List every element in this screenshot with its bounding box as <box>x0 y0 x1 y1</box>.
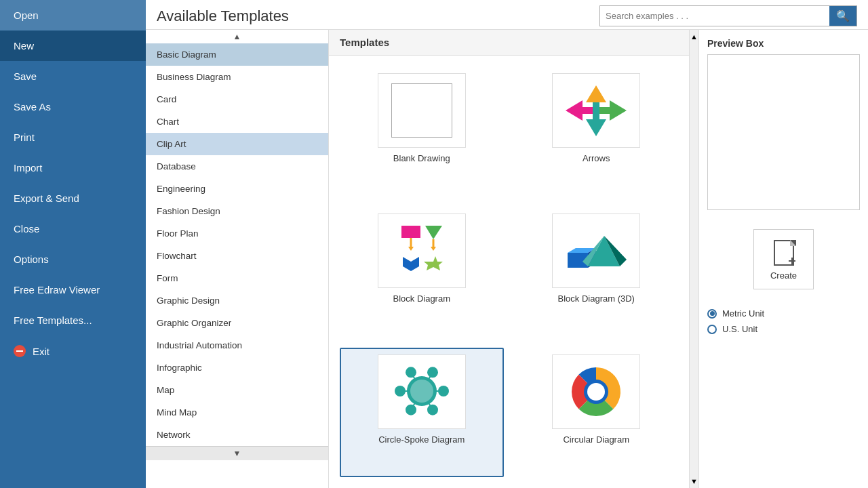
create-button[interactable]: Create <box>753 229 814 289</box>
sidebar-item-import[interactable]: Import <box>0 152 146 183</box>
svg-marker-10 <box>403 257 419 271</box>
create-label: Create <box>770 270 797 281</box>
sidebar-label-free-edraw-viewer: Free Edraw Viewer <box>14 284 100 296</box>
sidebar-label-import: Import <box>14 162 43 174</box>
category-scroll-down[interactable]: ▼ <box>146 446 328 460</box>
plus-icon <box>788 257 796 265</box>
preview-title: Preview Box <box>707 38 860 49</box>
category-item-graphic-organizer[interactable]: Graphic Organizer <box>146 312 328 334</box>
sidebar-item-close[interactable]: Close <box>0 214 146 244</box>
scroll-up-arrow[interactable]: ▲ <box>689 31 699 42</box>
sidebar-item-free-templates[interactable]: Free Templates... <box>0 305 146 336</box>
template-card-arrows[interactable]: Arrows <box>515 66 679 196</box>
sidebar-label-save-as: Save As <box>14 101 51 113</box>
sidebar-label-open: Open <box>14 9 39 21</box>
template-thumb-circle-spoke-diagram <box>378 354 466 429</box>
svg-marker-11 <box>424 256 443 270</box>
template-thumb-block-diagram-3d <box>552 214 640 288</box>
sidebar: OpenNewSaveSave AsPrintImportExport & Se… <box>0 0 146 488</box>
template-label-blank-drawing: Blank Drawing <box>393 153 450 163</box>
svg-point-23 <box>406 405 416 415</box>
sidebar-label-free-templates: Free Templates... <box>14 314 92 326</box>
preview-box <box>707 54 860 210</box>
unit-label-1: U.S. Unit <box>722 324 757 334</box>
scroll-down-arrow[interactable]: ▼ <box>689 476 699 487</box>
category-list: ▲ Basic DiagramBusiness DiagramCardChart… <box>146 30 329 488</box>
category-item-engineering[interactable]: Engineering <box>146 178 328 200</box>
category-item-basic-diagram[interactable]: Basic Diagram <box>146 43 328 66</box>
template-label-block-diagram: Block Diagram <box>393 293 450 304</box>
category-item-card[interactable]: Card <box>146 88 328 110</box>
svg-point-33 <box>587 383 605 401</box>
category-item-chart[interactable]: Chart <box>146 110 328 133</box>
category-scroll-up[interactable]: ▲ <box>146 30 328 43</box>
category-item-business-diagram[interactable]: Business Diagram <box>146 66 328 88</box>
radio-btn-0 <box>707 309 717 319</box>
templates-header: Templates <box>329 30 689 56</box>
sidebar-item-free-edraw-viewer[interactable]: Free Edraw Viewer <box>0 274 146 305</box>
unit-options: Metric UnitU.S. Unit <box>707 308 860 334</box>
template-thumb-circular-diagram <box>552 354 640 429</box>
category-item-floor-plan[interactable]: Floor Plan <box>146 222 328 245</box>
template-card-circle-spoke-diagram[interactable]: Circle-Spoke Diagram <box>340 348 504 477</box>
svg-point-19 <box>438 386 449 396</box>
sidebar-item-print[interactable]: Print <box>0 122 146 152</box>
content-area: ▲ Basic DiagramBusiness DiagramCardChart… <box>146 30 868 488</box>
category-item-industrial-automation[interactable]: Industrial Automation <box>146 334 328 357</box>
sidebar-label-print: Print <box>14 131 35 143</box>
search-button[interactable]: 🔍 <box>829 6 856 26</box>
unit-option-1[interactable]: U.S. Unit <box>707 324 860 334</box>
sidebar-item-new[interactable]: New <box>0 30 146 61</box>
page-fold-icon <box>790 240 796 246</box>
template-thumb-blank-drawing <box>378 73 466 148</box>
search-input[interactable] <box>600 7 829 24</box>
header: Available Templates 🔍 <box>146 0 868 30</box>
template-label-arrows: Arrows <box>583 153 610 163</box>
sidebar-label-close: Close <box>14 223 39 235</box>
right-panel: Preview Box Create Metric UnitU.S. Unit <box>698 30 868 488</box>
category-item-database[interactable]: Database <box>146 155 328 178</box>
page-title: Available Templates <box>157 7 289 25</box>
sidebar-item-export-send[interactable]: Export & Send <box>0 183 146 214</box>
sidebar-label-exit: Exit <box>33 346 50 357</box>
category-item-graphic-design[interactable]: Graphic Design <box>146 289 328 312</box>
category-item-form[interactable]: Form <box>146 267 328 289</box>
category-item-fashion-design[interactable]: Fashion Design <box>146 200 328 222</box>
template-thumb-block-diagram <box>378 214 466 288</box>
sidebar-item-exit[interactable]: Exit <box>0 336 146 367</box>
sidebar-label-new: New <box>14 40 34 52</box>
svg-point-29 <box>427 367 438 378</box>
sidebar-item-save[interactable]: Save <box>0 61 146 92</box>
templates-grid: Blank Drawing Arrows Block Diagram Block… <box>329 56 689 488</box>
sidebar-item-save-as[interactable]: Save As <box>0 92 146 122</box>
svg-rect-4 <box>401 226 420 238</box>
category-item-map[interactable]: Map <box>146 379 328 401</box>
template-card-circular-diagram[interactable]: Circular Diagram <box>515 348 679 477</box>
template-label-circle-spoke-diagram: Circle-Spoke Diagram <box>378 434 465 445</box>
svg-point-27 <box>406 367 416 378</box>
exit-icon <box>14 345 26 357</box>
unit-label-0: Metric Unit <box>722 308 764 319</box>
unit-option-0[interactable]: Metric Unit <box>707 308 860 319</box>
sidebar-label-save: Save <box>14 70 37 82</box>
category-item-clip-art[interactable]: Clip Art <box>146 133 328 155</box>
category-item-infographic[interactable]: Infographic <box>146 357 328 379</box>
category-item-flowchart[interactable]: Flowchart <box>146 245 328 267</box>
sidebar-item-open[interactable]: Open <box>0 0 146 30</box>
category-item-mind-map[interactable]: Mind Map <box>146 401 328 424</box>
category-item-network[interactable]: Network <box>146 424 328 446</box>
template-card-block-diagram[interactable]: Block Diagram <box>340 207 504 336</box>
svg-marker-7 <box>425 226 442 239</box>
template-label-circular-diagram: Circular Diagram <box>563 434 629 445</box>
search-bar: 🔍 <box>599 5 857 26</box>
sidebar-label-export-send: Export & Send <box>14 192 79 204</box>
template-card-block-diagram-3d[interactable]: Block Diagram (3D) <box>515 207 679 336</box>
svg-marker-9 <box>431 247 436 251</box>
template-card-blank-drawing[interactable]: Blank Drawing <box>340 66 504 196</box>
templates-scrollbar: ▲ ▼ <box>689 30 698 488</box>
sidebar-item-options[interactable]: Options <box>0 244 146 274</box>
main-area: Available Templates 🔍 ▲ Basic DiagramBus… <box>146 0 868 488</box>
templates-area: Templates Blank Drawing Arrows Block Dia… <box>329 30 689 488</box>
svg-point-25 <box>395 386 406 396</box>
svg-marker-6 <box>408 247 414 251</box>
